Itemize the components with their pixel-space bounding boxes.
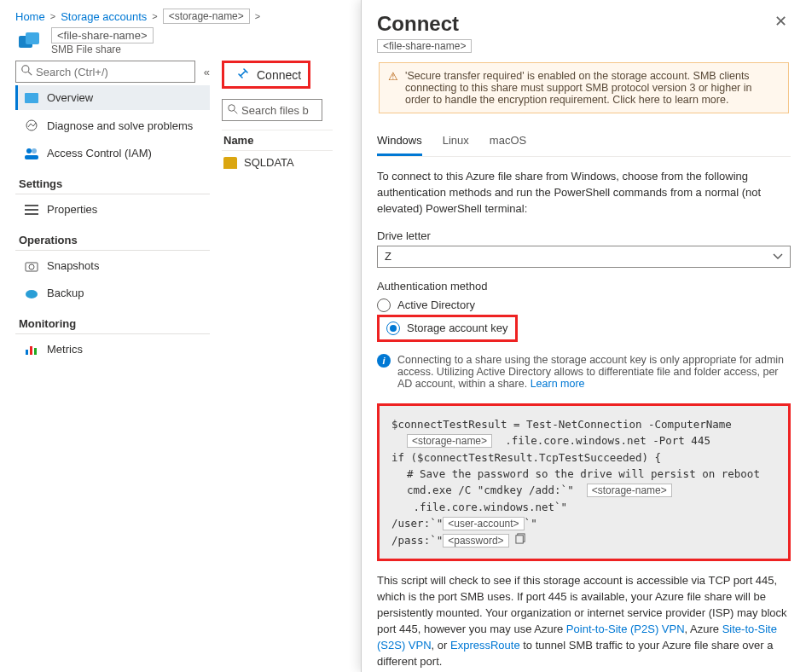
svg-rect-8 (25, 155, 38, 159)
sidebar-search[interactable] (15, 61, 195, 83)
svg-rect-4 (25, 93, 38, 103)
link-expressroute[interactable]: ExpressRoute (450, 639, 520, 652)
nav-access-control[interactable]: Access Control (IAM) (15, 141, 210, 165)
panel-subtitle: <file-share-name> (377, 39, 472, 53)
close-icon[interactable]: ✕ (771, 12, 791, 31)
script-explanation: This script will check to see if this st… (377, 573, 791, 672)
svg-rect-21 (516, 536, 523, 543)
metrics-icon (25, 344, 38, 356)
breadcrumb-home[interactable]: Home (15, 10, 45, 23)
toolbar-and-list: Connect Search files b Name SQLDATA (222, 61, 333, 370)
svg-rect-17 (34, 348, 37, 355)
drive-letter-label: Drive letter (377, 229, 791, 242)
connect-button[interactable]: Connect (222, 61, 310, 89)
radio-icon (386, 322, 400, 335)
info-icon: i (377, 354, 391, 368)
svg-rect-9 (25, 205, 38, 206)
svg-rect-1 (26, 32, 39, 44)
connect-panel: Connect <file-share-name> ✕ ⚠ 'Secure tr… (361, 0, 806, 672)
column-name[interactable]: Name (222, 130, 333, 151)
nav-properties[interactable]: Properties (15, 197, 210, 222)
nav-metrics[interactable]: Metrics (15, 337, 210, 362)
collapse-sidebar-icon[interactable]: « (204, 66, 210, 78)
nav-backup[interactable]: Backup (15, 281, 210, 305)
auth-method-label: Authentication method (377, 280, 791, 293)
nav-snapshots[interactable]: Snapshots (15, 253, 210, 278)
svg-point-14 (26, 290, 38, 298)
powershell-script[interactable]: $connectTestResult = Test-NetConnection … (377, 403, 791, 562)
tab-linux[interactable]: Linux (443, 129, 469, 156)
radio-storage-account-key[interactable]: Storage account key (386, 319, 508, 338)
radio-icon (377, 298, 391, 312)
drive-letter-select[interactable]: Z (377, 246, 791, 268)
properties-icon (25, 204, 38, 216)
access-control-icon (25, 148, 38, 159)
section-monitoring: Monitoring (15, 317, 210, 334)
svg-rect-15 (26, 350, 28, 355)
svg-point-2 (22, 66, 29, 72)
info-note: i Connecting to a share using the storag… (377, 354, 791, 390)
nav-overview[interactable]: Overview (15, 85, 210, 110)
file-share-name: <file-share-name> (51, 27, 154, 43)
chevron-down-icon (773, 250, 783, 263)
radio-active-directory[interactable]: Active Directory (377, 296, 791, 315)
breadcrumb-storage-name[interactable]: <storage-name> (163, 9, 250, 24)
section-operations: Operations (15, 234, 210, 251)
nav-diagnose[interactable]: Diagnose and solve problems (15, 113, 210, 138)
svg-point-7 (32, 148, 37, 154)
panel-title: Connect (377, 12, 472, 36)
secure-transfer-alert[interactable]: ⚠ 'Secure transfer required' is enabled … (379, 62, 789, 113)
tab-windows[interactable]: Windows (377, 129, 422, 156)
chevron-right-icon: > (255, 11, 260, 21)
svg-rect-16 (30, 346, 32, 355)
sidebar: « Overview Diagnose and solve problems A… (0, 61, 222, 370)
file-row[interactable]: SQLDATA (222, 151, 333, 174)
breadcrumb-storage-accounts[interactable]: Storage accounts (61, 10, 147, 23)
snapshots-icon (25, 260, 38, 272)
chevron-right-icon: > (152, 11, 157, 21)
copy-icon[interactable] (515, 534, 526, 547)
search-icon (228, 104, 238, 117)
search-input[interactable] (36, 66, 189, 78)
svg-line-19 (235, 110, 238, 113)
backup-icon (25, 287, 38, 299)
svg-line-3 (28, 72, 32, 75)
svg-rect-10 (25, 209, 38, 211)
folder-icon (223, 157, 237, 169)
tab-macos[interactable]: macOS (490, 129, 526, 156)
chevron-right-icon: > (50, 11, 55, 21)
warning-icon: ⚠ (388, 70, 398, 83)
search-icon (21, 65, 32, 78)
svg-rect-11 (25, 213, 38, 215)
learn-more-link[interactable]: Learn more (531, 378, 585, 390)
search-files[interactable]: Search files b (222, 99, 322, 121)
svg-point-13 (29, 264, 34, 269)
file-share-icon (15, 28, 43, 55)
svg-point-6 (26, 148, 32, 154)
link-p2s-vpn[interactable]: Point-to-Site (P2S) VPN (566, 623, 685, 635)
section-settings: Settings (15, 177, 210, 194)
overview-icon (25, 93, 38, 103)
os-tabs: Windows Linux macOS (377, 129, 791, 157)
diagnose-icon (25, 119, 38, 132)
svg-point-5 (26, 120, 37, 130)
connect-description: To connect to this Azure file share from… (377, 169, 791, 217)
svg-point-18 (229, 104, 235, 111)
connect-icon (236, 67, 250, 83)
